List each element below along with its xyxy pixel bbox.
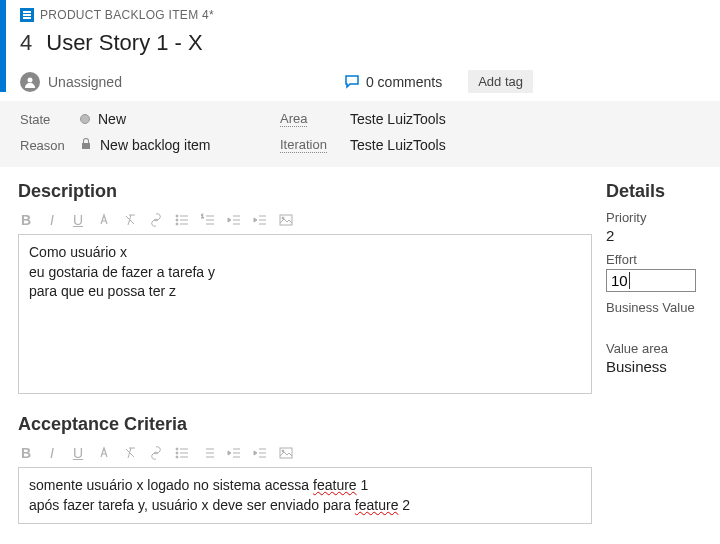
comments-link[interactable]: 0 comments [344,74,442,90]
svg-rect-2 [23,17,31,19]
acceptance-toolbar: B I U [18,443,592,463]
details-pane: Details Priority 2 Effort 10 Business Va… [606,181,706,524]
accent-bar [0,0,6,92]
description-line: Como usuário x [29,243,581,263]
svg-point-12 [176,456,178,458]
area-field[interactable]: Teste LuizTools [350,111,550,127]
comments-count: 0 comments [366,74,442,90]
svg-rect-0 [23,11,31,13]
italic-button[interactable]: I [44,212,60,228]
value-area-label: Value area [606,341,706,356]
number-list-button[interactable] [200,445,216,461]
reason-field[interactable]: New backlog item [80,137,280,153]
link-button[interactable] [148,212,164,228]
svg-point-5 [176,219,178,221]
description-editor[interactable]: Como usuário x eu gostaria de fazer a ta… [18,234,592,394]
details-heading: Details [606,181,706,202]
font-color-button[interactable] [96,212,112,228]
acceptance-heading: Acceptance Criteria [18,414,592,435]
underline-button[interactable]: U [70,445,86,461]
description-toolbar: B I U 1 [18,210,592,230]
state-value: New [98,111,126,127]
font-color-button[interactable] [96,445,112,461]
state-label: State [20,112,80,127]
svg-point-6 [176,223,178,225]
work-item-type-label: PRODUCT BACKLOG ITEM 4* [40,8,214,22]
iteration-field[interactable]: Teste LuizTools [350,137,550,153]
image-button[interactable] [278,212,294,228]
bold-button[interactable]: B [18,212,34,228]
clear-format-button[interactable] [122,212,138,228]
work-item-title[interactable]: User Story 1 - X [46,30,202,56]
svg-point-3 [28,77,33,82]
description-heading: Description [18,181,592,202]
svg-point-4 [176,215,178,217]
indent-button[interactable] [252,212,268,228]
state-dot-icon [80,114,90,124]
link-button[interactable] [148,445,164,461]
svg-point-10 [176,448,178,450]
effort-label: Effort [606,252,706,267]
work-item-type-row: PRODUCT BACKLOG ITEM 4* [20,8,706,22]
priority-label: Priority [606,210,706,225]
work-item-id: 4 [20,30,32,56]
add-tag-button[interactable]: Add tag [468,70,533,93]
work-item-header: PRODUCT BACKLOG ITEM 4* 4 User Story 1 -… [6,0,720,101]
reason-label: Reason [20,138,80,153]
bold-button[interactable]: B [18,445,34,461]
svg-text:1: 1 [201,213,204,219]
priority-field[interactable]: 2 [606,227,706,244]
svg-rect-1 [23,14,31,16]
clear-format-button[interactable] [122,445,138,461]
meta-row: Unassigned 0 comments Add tag [20,70,706,101]
number-list-button[interactable]: 1 [200,212,216,228]
effort-input[interactable]: 10 [606,269,696,292]
outdent-button[interactable] [226,212,242,228]
state-field[interactable]: New [80,111,280,127]
image-button[interactable] [278,445,294,461]
pbi-icon [20,8,34,22]
iteration-label: Iteration [280,137,350,153]
italic-button[interactable]: I [44,445,60,461]
svg-rect-13 [280,448,292,458]
acceptance-line: após fazer tarefa y, usuário x deve ser … [29,496,581,516]
svg-point-11 [176,452,178,454]
classification-fields: State New Area Teste LuizTools Reason Ne… [0,101,720,167]
comment-icon [344,75,360,89]
bullet-list-button[interactable] [174,445,190,461]
title-row[interactable]: 4 User Story 1 - X [20,30,706,56]
lock-icon [80,137,92,153]
assignee-picker[interactable]: Unassigned [20,72,122,92]
reason-value: New backlog item [100,137,211,153]
bullet-list-button[interactable] [174,212,190,228]
acceptance-editor[interactable]: somente usuário x logado no sistema aces… [18,467,592,524]
assignee-label: Unassigned [48,74,122,90]
description-line: para que eu possa ter z [29,282,581,302]
acceptance-line: somente usuário x logado no sistema aces… [29,476,581,496]
person-icon [20,72,40,92]
indent-button[interactable] [252,445,268,461]
underline-button[interactable]: U [70,212,86,228]
description-line: eu gostaria de fazer a tarefa y [29,263,581,283]
outdent-button[interactable] [226,445,242,461]
svg-rect-8 [280,215,292,225]
business-value-label: Business Value [606,300,706,315]
value-area-field[interactable]: Business [606,358,706,375]
area-label: Area [280,111,350,127]
